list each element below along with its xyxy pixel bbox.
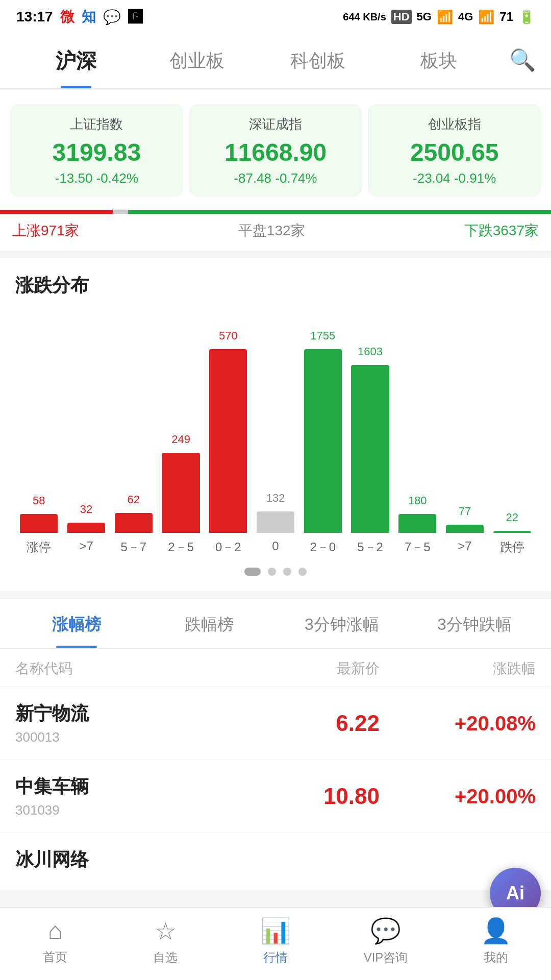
bar-xlabel-7: 5－2 [346,539,394,555]
bar-group-0: 58 [15,318,63,533]
bar-group-7: 1603 [346,318,394,533]
ranking-tab-down3min[interactable]: 3分钟跌幅 [408,599,541,648]
index-card-cyb[interactable]: 创业板指 2500.65 -23.04 -0.91% [368,104,541,197]
breadth-flat-bar [113,210,128,214]
bar-value-10: 22 [506,511,518,524]
bar-group-5: 132 [252,318,299,533]
bar-group-6: 1755 [299,318,346,533]
bar-rect-6 [304,349,342,533]
bottom-nav: ⌂ 首页 ☆ 自选 📊 行情 💬 VIP咨询 👤 我的 [0,907,551,980]
rankings-section: 涨幅榜 跌幅榜 3分钟涨幅 3分钟跌幅 名称代码 最新价 涨跌幅 新宁物流 30… [0,599,551,890]
col-header-name: 名称代码 [15,659,223,678]
ranking-tab-down[interactable]: 跌幅榜 [143,599,276,648]
index-change-szcj: -87.48 -0.74% [199,170,352,186]
bar-value-7: 1603 [358,345,383,358]
bar-xlabel-2: 5－7 [110,539,157,555]
pagination-dots [10,555,541,581]
bar-xlabel-1: >7 [63,539,110,555]
bar-xlabel-10: 跌停 [488,539,536,555]
bar-x-labels: 涨停>75－72－50－202－05－27－5>7跌停 [10,533,541,555]
bar-xlabel-0: 涨停 [15,539,63,555]
bottom-nav-market[interactable]: 📊 行情 [220,917,331,966]
index-title-szcj: 深证成指 [199,115,352,133]
tab-kechuang[interactable]: 科创板 [257,33,378,87]
status-signal2-icon: 📶 [478,9,494,25]
star-icon: ☆ [155,917,177,945]
bar-rect-8 [398,514,436,533]
stock-row-2[interactable]: 冰川网络 [0,833,551,890]
bar-xlabel-6: 2－0 [299,539,346,555]
stock-change-1: +20.00% [380,785,536,808]
bottom-nav-mine-label: 我的 [484,949,508,966]
pagination-dot-2[interactable] [283,568,291,576]
status-weibo-icon: 微 [60,7,74,27]
bar-xlabel-8: 7－5 [394,539,441,555]
pagination-dot-3[interactable] [298,568,307,576]
bar-rect-3 [162,453,199,533]
col-header-price: 最新价 [223,659,380,678]
status-msg-icon: 💬 [103,9,121,26]
index-card-shzs[interactable]: 上证指数 3199.83 -13.50 -0.42% [10,104,183,197]
index-value-cyb: 2500.65 [378,138,531,166]
pagination-dot-1[interactable] [268,568,276,576]
bar-value-5: 132 [266,492,285,505]
status-hd-icon: HD [391,10,412,24]
stock-name-2: 冰川网络 [15,847,223,872]
bar-rect-5 [257,511,294,533]
bar-rect-7 [351,365,389,533]
stock-info-0: 新宁物流 300013 [15,701,223,745]
stock-code-1: 301039 [15,802,223,818]
bar-value-0: 58 [33,494,45,507]
breadth-up-label: 上涨971家 [12,221,79,240]
index-section: 上证指数 3199.83 -13.50 -0.42% 深证成指 11668.90… [0,90,551,209]
breadth-down-bar [128,210,551,214]
chart-section: 涨跌分布 583262249570132175516031807722 涨停>7… [0,258,551,591]
status-bar: 13:17 微 知 💬 🅶 644 KB/s HD 5G 📶 4G 📶 71 🔋 [0,0,551,32]
stock-name-1: 中集车辆 [15,774,223,799]
search-button[interactable]: 🔍 [499,37,536,83]
ranking-tab-up3min[interactable]: 3分钟涨幅 [276,599,408,648]
stock-info-2: 冰川网络 [15,847,223,875]
status-left: 13:17 微 知 💬 🅶 [16,7,142,27]
bottom-nav-watchlist[interactable]: ☆ 自选 [110,917,220,966]
status-time: 13:17 [16,9,53,25]
bar-value-6: 1755 [310,329,335,342]
breadth-flat-label: 平盘132家 [238,221,305,240]
bar-rect-1 [67,523,105,533]
home-icon: ⌂ [48,917,63,945]
bottom-nav-home[interactable]: ⌂ 首页 [0,917,110,966]
index-card-szcj[interactable]: 深证成指 11668.90 -87.48 -0.74% [189,104,362,197]
nav-tabs: 沪深 创业板 科创板 板块 🔍 [0,32,551,89]
pagination-dot-0[interactable] [244,568,261,576]
breadth-section: 上涨971家 平盘132家 下跌3637家 [0,210,551,251]
vip-icon: 💬 [370,917,401,945]
tab-chuangye[interactable]: 创业板 [136,33,257,87]
ranking-tab-up[interactable]: 涨幅榜 [10,599,143,648]
index-change-shzs: -13.50 -0.42% [20,170,173,186]
stock-row-1[interactable]: 中集车辆 301039 10.80 +20.00% [0,760,551,833]
bar-group-9: 77 [441,318,489,533]
index-change-cyb: -23.04 -0.91% [378,170,531,186]
chart-icon: 📊 [260,917,291,945]
bar-rect-2 [115,513,153,533]
stock-row-0[interactable]: 新宁物流 300013 6.22 +20.08% [0,687,551,760]
bottom-nav-mine[interactable]: 👤 我的 [441,917,551,966]
breadth-up-bar [0,210,113,214]
tab-bankuai[interactable]: 板块 [378,33,499,87]
status-network: 644 KB/s [343,11,386,23]
index-title-shzs: 上证指数 [20,115,173,133]
bar-xlabel-4: 0－2 [205,539,252,555]
bar-xlabel-3: 2－5 [157,539,205,555]
status-5g-icon: 5G [417,10,432,23]
status-extra-icon: 🅶 [128,9,142,26]
bar-group-8: 180 [394,318,441,533]
bottom-nav-vip-label: VIP咨询 [364,949,408,966]
breadth-bar [0,210,551,214]
bottom-nav-vip[interactable]: 💬 VIP咨询 [331,917,441,966]
bottom-nav-watchlist-label: 自选 [153,949,178,966]
breadth-down-label: 下跌3637家 [464,221,539,240]
bar-rect-10 [493,531,531,533]
tab-husheng[interactable]: 沪深 [15,32,136,88]
bar-value-3: 249 [171,433,190,446]
bar-chart: 583262249570132175516031807722 [10,318,541,533]
